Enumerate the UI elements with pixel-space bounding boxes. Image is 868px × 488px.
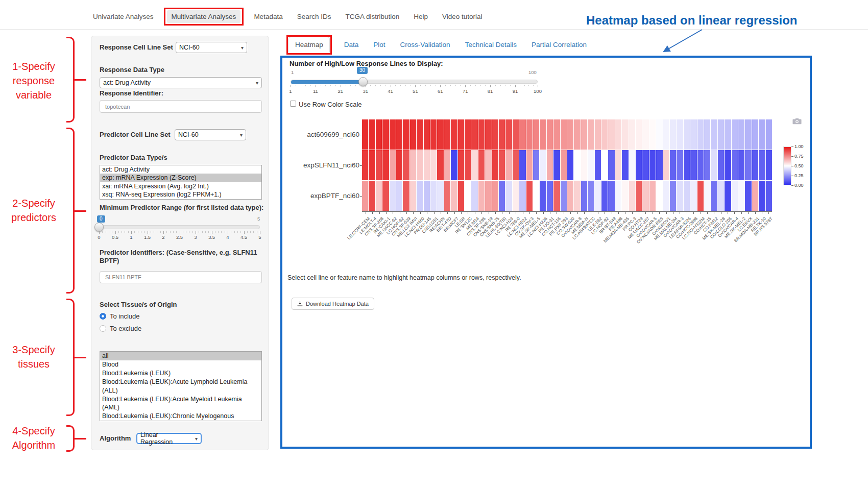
tissue-option-all[interactable]: all — [100, 352, 261, 360]
app-root: Univariate AnalysesMultivariate Analyses… — [0, 0, 868, 488]
predictor-cell-line-set-select[interactable]: NCI-60▾ — [175, 129, 246, 140]
slider-minor-tick — [510, 85, 511, 86]
heatmap-cell — [492, 150, 498, 180]
download-heatmap-button[interactable]: Download Heatmap Data — [292, 298, 374, 310]
row-color-scale-checkbox[interactable] — [290, 101, 296, 107]
lines-slider-handle[interactable] — [358, 77, 368, 86]
slider-tick-label: 3.5 — [208, 234, 215, 240]
slider-tick — [316, 85, 316, 87]
response-identifier-input[interactable] — [100, 100, 262, 113]
heatmap-cell — [533, 181, 539, 211]
tissue-option-blood-leukemia-leuk-chronic-myelogenous-[interactable]: Blood:Leukemia (LEUK):Chronic Myelogenou… — [100, 412, 261, 421]
annotation-brace-2 — [66, 128, 75, 294]
algorithm-select[interactable]: Linear Regression▾ — [136, 433, 202, 444]
slider-minor-tick — [166, 231, 167, 233]
heatmap-x-tick — [625, 212, 625, 214]
heatmap-cell — [478, 181, 485, 211]
heatmap-x-tick — [701, 212, 701, 214]
heatmap-cell — [766, 181, 772, 211]
nav-item-tcga-distribution[interactable]: TCGA distribution — [344, 10, 400, 23]
heatmap-cell — [745, 119, 751, 150]
lines-slider-value-badge: 30 — [357, 67, 368, 74]
heatmap-cell — [437, 181, 443, 211]
slider-tick — [490, 85, 491, 87]
heatmap-cell — [362, 150, 368, 180]
slider-handle[interactable] — [94, 223, 104, 232]
nav-item-univariate-analyses[interactable]: Univariate Analyses — [92, 10, 155, 23]
heatmap-cell — [533, 119, 539, 150]
tab-data[interactable]: Data — [344, 37, 359, 52]
tab-technical-details[interactable]: Technical Details — [465, 37, 517, 52]
slider-minor-tick — [480, 85, 481, 86]
slider-minor-tick — [355, 85, 356, 86]
nav-item-video-tutorial[interactable]: Video tutorial — [441, 10, 484, 23]
response-cell-line-set-select[interactable]: NCI-60▾ — [176, 42, 247, 53]
predictor-type-option-xai-mrna-expression-avg-log2-int[interactable]: xai: mRNA Expression (Avg. log2 Int.) — [100, 182, 261, 190]
response-data-type-select[interactable]: act: Drug Activity▾ — [100, 77, 262, 88]
heatmap-x-tick — [413, 212, 414, 214]
slider-minor-tick — [485, 85, 486, 86]
tissue-exclude-label: To exclude — [110, 325, 141, 332]
heatmap-cell — [684, 119, 690, 150]
tab-cross-validation[interactable]: Cross-Validation — [400, 37, 451, 52]
tissue-exclude-radio[interactable]: To exclude — [100, 325, 141, 332]
tissue-listbox: allBloodBlood:Leukemia (LEUK)Blood:Leuke… — [100, 351, 262, 421]
annotation-brace-3 — [66, 299, 75, 416]
chevron-down-icon: ▾ — [256, 80, 258, 86]
heatmap-cell — [369, 150, 375, 180]
heatmap-grid[interactable] — [362, 119, 772, 211]
predictor-type-option-xsq-rna-seq-expression-log2-fpkm-1[interactable]: xsq: RNA-seq Expression (log2 FPKM+1.) — [100, 190, 261, 199]
slider-tick-label: 81 — [488, 88, 493, 94]
slider-tick-label: 21 — [338, 88, 344, 94]
heatmap-row-label-expbptf-nci60[interactable]: expBPTF_nci60 — [288, 192, 359, 200]
tab-plot[interactable]: Plot — [373, 37, 385, 52]
slider-minor-tick — [405, 85, 406, 86]
heatmap-cell — [677, 181, 683, 211]
tissue-option-blood[interactable]: Blood — [100, 360, 261, 369]
heatmap-cell — [424, 181, 430, 211]
nav-item-metadata[interactable]: Metadata — [253, 10, 283, 23]
tab-heatmap[interactable]: Heatmap — [288, 37, 330, 53]
nav-item-multivariate-analyses[interactable]: Multivariate Analyses — [167, 10, 241, 23]
slider-minor-tick — [450, 85, 451, 86]
colorbar-tick-label: 0.75 — [794, 154, 804, 159]
heatmap-cell — [505, 181, 512, 211]
slider-minor-tick — [310, 85, 311, 86]
heatmap-cell — [444, 119, 450, 150]
nav-item-help[interactable]: Help — [413, 10, 429, 23]
predictor-type-option-act-drug-activity[interactable]: act: Drug Activity — [100, 165, 261, 174]
predictor-identifiers-input[interactable] — [100, 271, 262, 283]
tissue-include-radio[interactable]: To include — [100, 312, 140, 320]
heatmap-x-tick — [523, 212, 523, 214]
slider-minor-tick — [250, 231, 251, 233]
heatmap-cell — [636, 150, 642, 180]
tissue-option-blood-leukemia-leuk-acute-myeloid-leukem[interactable]: Blood:Leukemia (LEUK):Acute Myeloid Leuk… — [100, 395, 261, 412]
heatmap-x-tick — [529, 212, 530, 214]
heatmap-x-tick — [687, 212, 687, 214]
tissue-option-blood-leukemia-leuk[interactable]: Blood:Leukemia (LEUK) — [100, 369, 261, 378]
heatmap-x-tick — [653, 212, 653, 214]
heatmap-cell — [690, 181, 696, 211]
tab-partial-correlation[interactable]: Partial Correlation — [531, 37, 587, 52]
heatmap-cell — [697, 119, 704, 150]
heatmap-row-label-expslfn11-nci60[interactable]: expSLFN11_nci60 — [288, 161, 359, 169]
nav-item-search-ids[interactable]: Search IDs — [296, 10, 332, 23]
response-data-type-label: Response Data Type — [100, 66, 164, 74]
slider-minor-tick — [360, 85, 361, 86]
slider-track[interactable] — [99, 225, 260, 229]
camera-icon[interactable] — [792, 117, 802, 127]
slider-minor-tick — [118, 231, 119, 233]
heatmap-x-tick — [550, 212, 550, 214]
slider-tick — [341, 85, 341, 87]
slider-tick — [440, 85, 441, 87]
tissue-option-blood-leukemia-leuk-acute-lymphoid-leuke[interactable]: Blood:Leukemia (LEUK):Acute Lymphoid Leu… — [100, 378, 261, 395]
heatmap-x-tick — [591, 212, 591, 214]
slider-minor-tick — [225, 231, 225, 233]
radio-unselected-icon — [100, 325, 106, 332]
heatmap-cell — [547, 150, 553, 180]
predictor-type-option-exp-mrna-expression-z-score[interactable]: exp: mRNA Expression (Z-Score) — [100, 174, 261, 182]
heatmap-row-label-act609699-nci60[interactable]: act609699_nci60 — [288, 131, 359, 138]
heatmap-x-tick — [420, 212, 421, 214]
heatmap-cell — [465, 181, 471, 211]
annotation-brace-4-point — [75, 438, 86, 440]
